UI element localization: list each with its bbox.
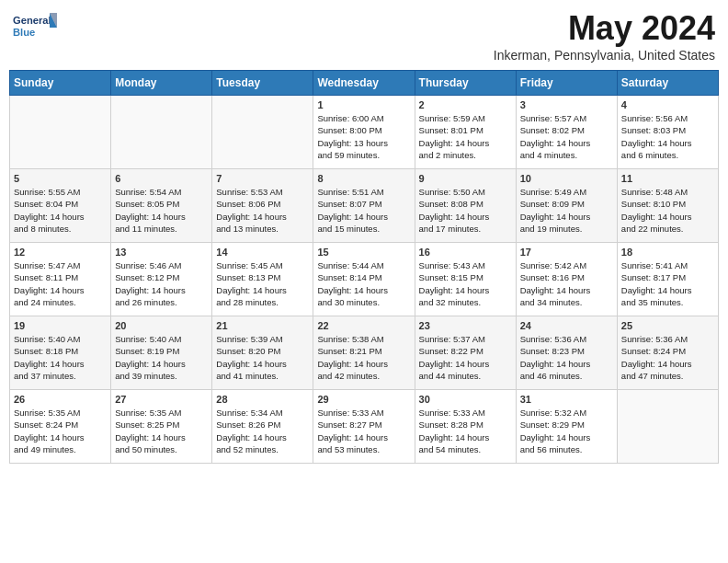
svg-text:General: General bbox=[13, 15, 51, 26]
calendar-cell bbox=[617, 390, 718, 464]
svg-text:Blue: Blue bbox=[13, 27, 35, 38]
day-info: Sunrise: 5:39 AM Sunset: 8:20 PM Dayligh… bbox=[216, 333, 309, 382]
day-header-tuesday: Tuesday bbox=[212, 71, 313, 96]
title-block: May 2024 Inkerman, Pennsylvania, United … bbox=[494, 9, 715, 63]
calendar-cell: 29Sunrise: 5:33 AM Sunset: 8:27 PM Dayli… bbox=[313, 390, 415, 464]
day-number: 23 bbox=[419, 320, 512, 331]
calendar-cell bbox=[10, 96, 111, 169]
location-title: Inkerman, Pennsylvania, United States bbox=[494, 48, 715, 63]
day-number: 15 bbox=[317, 247, 410, 258]
month-title: May 2024 bbox=[494, 9, 715, 48]
day-header-sunday: Sunday bbox=[10, 71, 111, 96]
calendar-cell: 1Sunrise: 6:00 AM Sunset: 8:00 PM Daylig… bbox=[313, 96, 415, 169]
day-number: 13 bbox=[115, 247, 208, 258]
day-number: 14 bbox=[216, 247, 309, 258]
calendar-cell: 16Sunrise: 5:43 AM Sunset: 8:15 PM Dayli… bbox=[415, 243, 516, 316]
day-info: Sunrise: 5:47 AM Sunset: 8:11 PM Dayligh… bbox=[14, 259, 107, 308]
calendar-header-row: SundayMondayTuesdayWednesdayThursdayFrid… bbox=[10, 71, 719, 96]
calendar-cell: 24Sunrise: 5:36 AM Sunset: 8:23 PM Dayli… bbox=[516, 316, 617, 390]
calendar-cell: 2Sunrise: 5:59 AM Sunset: 8:01 PM Daylig… bbox=[415, 96, 516, 169]
day-info: Sunrise: 5:53 AM Sunset: 8:06 PM Dayligh… bbox=[216, 186, 309, 235]
day-number: 28 bbox=[216, 394, 309, 405]
day-info: Sunrise: 5:34 AM Sunset: 8:26 PM Dayligh… bbox=[216, 407, 309, 455]
calendar-cell: 19Sunrise: 5:40 AM Sunset: 8:18 PM Dayli… bbox=[10, 316, 111, 390]
day-number: 2 bbox=[419, 99, 512, 110]
day-info: Sunrise: 5:36 AM Sunset: 8:23 PM Dayligh… bbox=[520, 333, 613, 382]
day-info: Sunrise: 5:41 AM Sunset: 8:17 PM Dayligh… bbox=[621, 259, 714, 308]
day-number: 7 bbox=[216, 173, 309, 184]
day-info: Sunrise: 5:38 AM Sunset: 8:21 PM Dayligh… bbox=[317, 333, 410, 382]
day-number: 29 bbox=[317, 394, 410, 405]
calendar-cell bbox=[111, 96, 212, 169]
calendar-cell: 13Sunrise: 5:46 AM Sunset: 8:12 PM Dayli… bbox=[111, 243, 212, 316]
day-number: 21 bbox=[216, 320, 309, 331]
day-info: Sunrise: 5:32 AM Sunset: 8:29 PM Dayligh… bbox=[520, 407, 613, 455]
day-info: Sunrise: 5:40 AM Sunset: 8:19 PM Dayligh… bbox=[115, 333, 208, 382]
day-number: 10 bbox=[520, 173, 613, 184]
day-number: 20 bbox=[115, 320, 208, 331]
day-info: Sunrise: 5:37 AM Sunset: 8:22 PM Dayligh… bbox=[419, 333, 512, 382]
calendar-cell: 8Sunrise: 5:51 AM Sunset: 8:07 PM Daylig… bbox=[313, 169, 415, 243]
day-number: 26 bbox=[14, 394, 107, 405]
calendar-cell: 7Sunrise: 5:53 AM Sunset: 8:06 PM Daylig… bbox=[212, 169, 313, 243]
calendar-cell: 28Sunrise: 5:34 AM Sunset: 8:26 PM Dayli… bbox=[212, 390, 313, 464]
day-number: 25 bbox=[621, 320, 714, 331]
day-number: 11 bbox=[621, 173, 714, 184]
calendar-cell: 11Sunrise: 5:48 AM Sunset: 8:10 PM Dayli… bbox=[617, 169, 718, 243]
calendar-table: SundayMondayTuesdayWednesdayThursdayFrid… bbox=[9, 70, 719, 464]
calendar-cell: 31Sunrise: 5:32 AM Sunset: 8:29 PM Dayli… bbox=[516, 390, 617, 464]
day-number: 3 bbox=[520, 99, 613, 110]
day-number: 5 bbox=[14, 173, 107, 184]
day-info: Sunrise: 5:56 AM Sunset: 8:03 PM Dayligh… bbox=[621, 112, 714, 161]
calendar-cell: 14Sunrise: 5:45 AM Sunset: 8:13 PM Dayli… bbox=[212, 243, 313, 316]
day-header-thursday: Thursday bbox=[415, 71, 516, 96]
day-info: Sunrise: 5:59 AM Sunset: 8:01 PM Dayligh… bbox=[419, 112, 512, 161]
day-info: Sunrise: 5:50 AM Sunset: 8:08 PM Dayligh… bbox=[419, 186, 512, 235]
week-row-2: 5Sunrise: 5:55 AM Sunset: 8:04 PM Daylig… bbox=[10, 169, 719, 243]
day-number: 24 bbox=[520, 320, 613, 331]
calendar-cell: 25Sunrise: 5:36 AM Sunset: 8:24 PM Dayli… bbox=[617, 316, 718, 390]
day-info: Sunrise: 5:42 AM Sunset: 8:16 PM Dayligh… bbox=[520, 259, 613, 308]
day-header-wednesday: Wednesday bbox=[313, 71, 415, 96]
calendar-cell: 3Sunrise: 5:57 AM Sunset: 8:02 PM Daylig… bbox=[516, 96, 617, 169]
day-header-friday: Friday bbox=[516, 71, 617, 96]
day-info: Sunrise: 5:55 AM Sunset: 8:04 PM Dayligh… bbox=[14, 186, 107, 235]
logo: General Blue bbox=[13, 9, 59, 46]
calendar-cell: 23Sunrise: 5:37 AM Sunset: 8:22 PM Dayli… bbox=[415, 316, 516, 390]
day-header-saturday: Saturday bbox=[617, 71, 718, 96]
day-number: 6 bbox=[115, 173, 208, 184]
calendar-cell: 6Sunrise: 5:54 AM Sunset: 8:05 PM Daylig… bbox=[111, 169, 212, 243]
day-number: 27 bbox=[115, 394, 208, 405]
week-row-4: 19Sunrise: 5:40 AM Sunset: 8:18 PM Dayli… bbox=[10, 316, 719, 390]
day-info: Sunrise: 5:35 AM Sunset: 8:24 PM Dayligh… bbox=[14, 407, 107, 455]
day-info: Sunrise: 5:33 AM Sunset: 8:28 PM Dayligh… bbox=[419, 407, 512, 455]
day-info: Sunrise: 5:44 AM Sunset: 8:14 PM Dayligh… bbox=[317, 259, 410, 308]
day-number: 4 bbox=[621, 99, 714, 110]
day-info: Sunrise: 5:40 AM Sunset: 8:18 PM Dayligh… bbox=[14, 333, 107, 382]
calendar-cell: 22Sunrise: 5:38 AM Sunset: 8:21 PM Dayli… bbox=[313, 316, 415, 390]
day-info: Sunrise: 5:43 AM Sunset: 8:15 PM Dayligh… bbox=[419, 259, 512, 308]
day-number: 17 bbox=[520, 247, 613, 258]
day-info: Sunrise: 5:51 AM Sunset: 8:07 PM Dayligh… bbox=[317, 186, 410, 235]
day-info: Sunrise: 5:54 AM Sunset: 8:05 PM Dayligh… bbox=[115, 186, 208, 235]
week-row-3: 12Sunrise: 5:47 AM Sunset: 8:11 PM Dayli… bbox=[10, 243, 719, 316]
day-info: Sunrise: 5:48 AM Sunset: 8:10 PM Dayligh… bbox=[621, 186, 714, 235]
calendar-cell: 30Sunrise: 5:33 AM Sunset: 8:28 PM Dayli… bbox=[415, 390, 516, 464]
day-number: 19 bbox=[14, 320, 107, 331]
week-row-1: 1Sunrise: 6:00 AM Sunset: 8:00 PM Daylig… bbox=[10, 96, 719, 169]
day-info: Sunrise: 5:49 AM Sunset: 8:09 PM Dayligh… bbox=[520, 186, 613, 235]
calendar-cell: 27Sunrise: 5:35 AM Sunset: 8:25 PM Dayli… bbox=[111, 390, 212, 464]
calendar-cell: 10Sunrise: 5:49 AM Sunset: 8:09 PM Dayli… bbox=[516, 169, 617, 243]
week-row-5: 26Sunrise: 5:35 AM Sunset: 8:24 PM Dayli… bbox=[10, 390, 719, 464]
day-header-monday: Monday bbox=[111, 71, 212, 96]
day-number: 9 bbox=[419, 173, 512, 184]
day-info: Sunrise: 5:36 AM Sunset: 8:24 PM Dayligh… bbox=[621, 333, 714, 382]
calendar-cell: 9Sunrise: 5:50 AM Sunset: 8:08 PM Daylig… bbox=[415, 169, 516, 243]
calendar-cell: 20Sunrise: 5:40 AM Sunset: 8:19 PM Dayli… bbox=[111, 316, 212, 390]
calendar-cell: 26Sunrise: 5:35 AM Sunset: 8:24 PM Dayli… bbox=[10, 390, 111, 464]
calendar-cell: 21Sunrise: 5:39 AM Sunset: 8:20 PM Dayli… bbox=[212, 316, 313, 390]
day-info: Sunrise: 5:57 AM Sunset: 8:02 PM Dayligh… bbox=[520, 112, 613, 161]
day-info: Sunrise: 5:45 AM Sunset: 8:13 PM Dayligh… bbox=[216, 259, 309, 308]
day-number: 12 bbox=[14, 247, 107, 258]
calendar-cell bbox=[212, 96, 313, 169]
